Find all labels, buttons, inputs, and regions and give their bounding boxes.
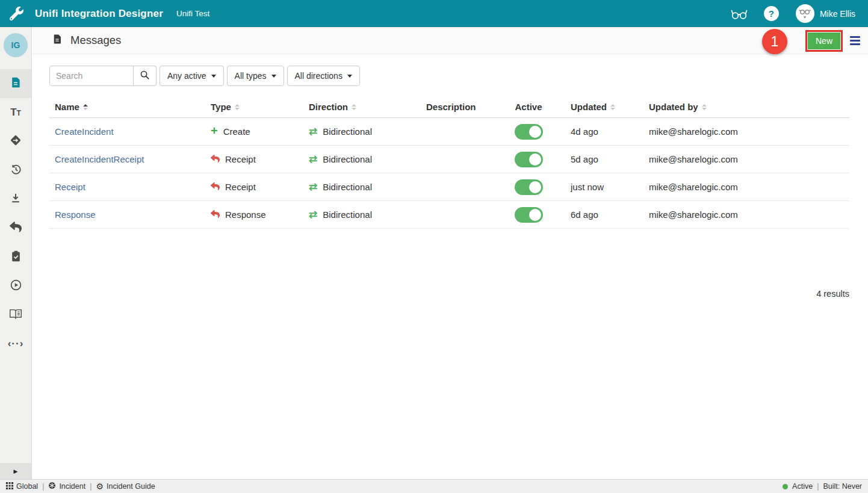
environment-name[interactable]: Unifi Test xyxy=(176,9,209,18)
reply-icon xyxy=(211,182,220,191)
sidebar-item-documentation[interactable] xyxy=(0,300,31,329)
directions-filter-dropdown[interactable]: All directions xyxy=(287,66,360,86)
sidebar-collapse-button[interactable] xyxy=(0,463,32,479)
active-filter-dropdown[interactable]: Any active xyxy=(160,66,224,86)
main-panel: Messages 1 New Any active All types xyxy=(33,27,868,479)
message-name-link[interactable]: CreateIncident xyxy=(55,126,114,137)
direction-label: Bidirectional xyxy=(323,126,372,137)
integration-link[interactable]: Incident Guide xyxy=(96,482,155,491)
updated-by-label: mike@sharelogic.com xyxy=(649,154,738,164)
updated-by-label: mike@sharelogic.com xyxy=(649,182,738,192)
updated-by-label: mike@sharelogic.com xyxy=(649,209,738,220)
diamond-arrow-icon xyxy=(9,134,22,149)
column-header-type[interactable]: Type xyxy=(211,102,309,112)
integration-avatar[interactable]: IG xyxy=(4,33,28,57)
search-button[interactable] xyxy=(134,66,157,86)
application-label: Incident xyxy=(59,482,85,491)
chevron-down-icon xyxy=(271,75,276,78)
filter-toolbar: Any active All types All directions xyxy=(49,66,849,86)
user-menu[interactable]: Mike Ellis xyxy=(796,4,855,23)
sidebar-item-import[interactable] xyxy=(0,185,31,214)
user-name: Mike Ellis xyxy=(820,9,855,19)
reply-icon xyxy=(211,154,220,163)
directions-filter-label: All directions xyxy=(295,71,343,81)
table-row: CreateIncident Create Bidirectional 4d a… xyxy=(49,118,849,146)
app-title: Unifi Integration Designer xyxy=(35,8,163,20)
type-label: Response xyxy=(225,209,266,220)
user-avatar-icon xyxy=(796,4,814,23)
bidirectional-icon xyxy=(309,211,317,219)
message-name-link[interactable]: CreateIncidentReceipt xyxy=(55,154,144,164)
search-icon xyxy=(140,70,150,82)
table-row: CreateIncidentReceipt Receipt Bidirectio… xyxy=(49,146,849,173)
sidebar-item-fields[interactable] xyxy=(0,98,31,127)
chevron-down-icon xyxy=(211,75,216,78)
updated-label: 6d ago xyxy=(571,209,598,220)
scope-link[interactable]: Global xyxy=(6,482,38,491)
table-header-row: Name Type Direction Description Active U… xyxy=(49,96,849,118)
status-label: Active xyxy=(792,482,813,491)
page-header: Messages 1 New xyxy=(33,27,868,54)
new-button[interactable]: New xyxy=(808,33,840,49)
active-filter-label: Any active xyxy=(167,71,206,81)
active-toggle[interactable] xyxy=(515,152,543,167)
top-bar: Unifi Integration Designer Unifi Test Mi… xyxy=(0,0,868,27)
active-toggle[interactable] xyxy=(515,124,543,140)
play-circle-icon xyxy=(10,279,22,294)
bidirectional-icon xyxy=(309,155,317,164)
search-input[interactable] xyxy=(49,66,134,86)
sidebar-item-tasks[interactable] xyxy=(0,243,31,271)
column-header-direction[interactable]: Direction xyxy=(309,102,426,112)
application-link[interactable]: Incident xyxy=(48,482,85,491)
message-name-link[interactable]: Response xyxy=(55,209,96,220)
direction-label: Bidirectional xyxy=(323,182,372,192)
sort-asc-icon xyxy=(83,104,88,110)
column-header-updated[interactable]: Updated xyxy=(571,102,640,112)
reply-icon xyxy=(10,221,22,235)
annotation-highlight-box: New xyxy=(805,30,843,52)
book-icon xyxy=(9,308,22,322)
table-row: Receipt Receipt Bidirectional just now m… xyxy=(49,173,849,201)
sidebar-item-run[interactable] xyxy=(0,271,31,300)
text-icon xyxy=(10,107,21,119)
types-filter-dropdown[interactable]: All types xyxy=(227,66,284,86)
sidebar-item-scripts[interactable] xyxy=(0,329,31,358)
column-header-active: Active xyxy=(515,102,542,112)
gear-icon xyxy=(96,483,104,490)
menu-icon[interactable] xyxy=(850,36,860,47)
code-icon xyxy=(8,338,24,350)
messages-icon xyxy=(52,33,63,48)
sidebar-item-messages[interactable] xyxy=(0,69,31,98)
active-toggle[interactable] xyxy=(515,207,543,223)
message-name-link[interactable]: Receipt xyxy=(55,182,85,192)
updated-by-label: mike@sharelogic.com xyxy=(649,126,738,137)
sort-icon xyxy=(352,104,356,110)
annotation-badge: 1 xyxy=(762,29,787,54)
grid-icon xyxy=(6,482,13,491)
reply-icon xyxy=(211,209,220,219)
bidirectional-icon xyxy=(309,128,317,136)
column-header-name[interactable]: Name xyxy=(55,102,211,112)
sidebar-item-history[interactable] xyxy=(0,156,31,185)
sidebar-item-transform[interactable] xyxy=(0,127,31,156)
help-icon[interactable] xyxy=(764,6,779,21)
active-toggle[interactable] xyxy=(515,179,543,195)
application-icon xyxy=(48,482,56,491)
direction-label: Bidirectional xyxy=(323,154,372,164)
sort-icon xyxy=(610,104,615,110)
results-count: 4 results xyxy=(49,289,849,299)
column-header-updated-by[interactable]: Updated by xyxy=(649,102,849,112)
chevron-down-icon xyxy=(347,75,352,78)
types-filter-label: All types xyxy=(235,71,267,81)
integration-label: Incident Guide xyxy=(107,482,155,491)
updated-label: 4d ago xyxy=(571,126,598,137)
updated-label: just now xyxy=(571,182,604,192)
glasses-icon[interactable] xyxy=(730,7,748,20)
updated-label: 5d ago xyxy=(571,154,598,164)
download-icon xyxy=(10,192,22,206)
page-title: Messages xyxy=(70,34,121,47)
sidebar-item-response[interactable] xyxy=(0,214,31,243)
plus-icon xyxy=(211,124,218,137)
sort-icon xyxy=(702,104,707,110)
type-label: Receipt xyxy=(225,182,256,192)
